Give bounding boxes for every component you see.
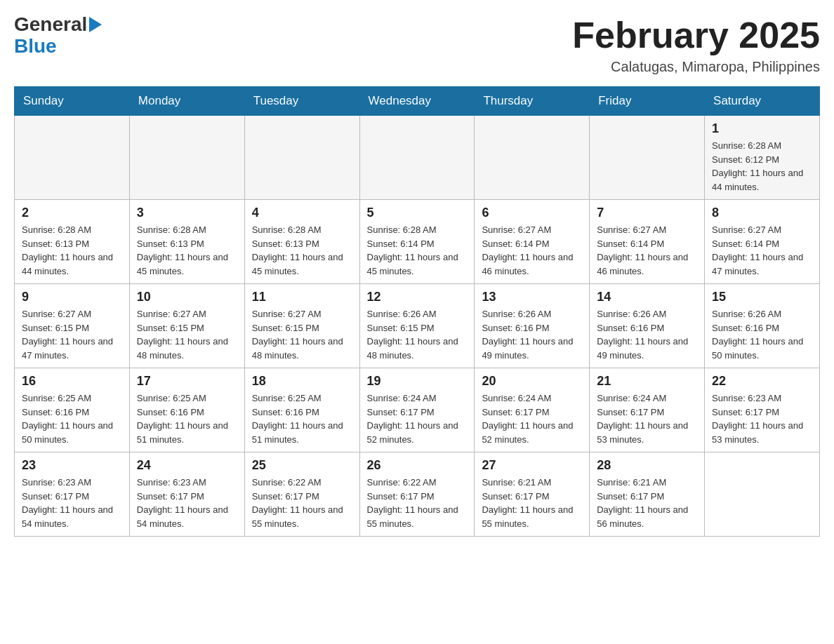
table-row: 11Sunrise: 6:27 AM Sunset: 6:15 PM Dayli… bbox=[244, 284, 359, 368]
day-info: Sunrise: 6:24 AM Sunset: 6:17 PM Dayligh… bbox=[597, 391, 697, 446]
day-info: Sunrise: 6:22 AM Sunset: 6:17 PM Dayligh… bbox=[252, 476, 352, 530]
day-info: Sunrise: 6:27 AM Sunset: 6:14 PM Dayligh… bbox=[597, 223, 697, 278]
day-number: 6 bbox=[482, 206, 582, 220]
header-friday: Friday bbox=[590, 87, 705, 116]
day-number: 28 bbox=[597, 458, 697, 473]
table-row: 12Sunrise: 6:26 AM Sunset: 6:15 PM Dayli… bbox=[359, 284, 475, 368]
day-number: 23 bbox=[22, 458, 122, 473]
calendar-week-row: 2Sunrise: 6:28 AM Sunset: 6:13 PM Daylig… bbox=[15, 200, 820, 284]
day-info: Sunrise: 6:27 AM Sunset: 6:15 PM Dayligh… bbox=[252, 307, 352, 362]
day-number: 18 bbox=[252, 374, 352, 389]
table-row: 6Sunrise: 6:27 AM Sunset: 6:14 PM Daylig… bbox=[475, 200, 590, 284]
table-row: 5Sunrise: 6:28 AM Sunset: 6:14 PM Daylig… bbox=[359, 200, 475, 284]
table-row bbox=[705, 452, 820, 537]
day-number: 14 bbox=[597, 290, 697, 304]
day-info: Sunrise: 6:27 AM Sunset: 6:15 PM Dayligh… bbox=[22, 307, 122, 362]
calendar-week-row: 16Sunrise: 6:25 AM Sunset: 6:16 PM Dayli… bbox=[15, 368, 820, 452]
table-row: 8Sunrise: 6:27 AM Sunset: 6:14 PM Daylig… bbox=[705, 200, 820, 284]
day-number: 27 bbox=[482, 458, 582, 473]
day-info: Sunrise: 6:21 AM Sunset: 6:17 PM Dayligh… bbox=[482, 476, 582, 530]
table-row: 2Sunrise: 6:28 AM Sunset: 6:13 PM Daylig… bbox=[15, 200, 130, 284]
day-info: Sunrise: 6:26 AM Sunset: 6:16 PM Dayligh… bbox=[712, 307, 812, 362]
day-number: 11 bbox=[252, 290, 352, 304]
day-info: Sunrise: 6:28 AM Sunset: 6:14 PM Dayligh… bbox=[367, 223, 468, 278]
day-info: Sunrise: 6:27 AM Sunset: 6:15 PM Dayligh… bbox=[137, 307, 237, 362]
table-row bbox=[590, 116, 705, 200]
day-info: Sunrise: 6:24 AM Sunset: 6:17 PM Dayligh… bbox=[367, 391, 468, 446]
day-number: 9 bbox=[22, 290, 122, 304]
header-wednesday: Wednesday bbox=[359, 87, 475, 116]
table-row: 20Sunrise: 6:24 AM Sunset: 6:17 PM Dayli… bbox=[475, 368, 590, 452]
day-info: Sunrise: 6:26 AM Sunset: 6:16 PM Dayligh… bbox=[482, 307, 582, 362]
day-info: Sunrise: 6:24 AM Sunset: 6:17 PM Dayligh… bbox=[482, 391, 582, 446]
table-row bbox=[475, 116, 590, 200]
table-row: 15Sunrise: 6:26 AM Sunset: 6:16 PM Dayli… bbox=[705, 284, 820, 368]
day-info: Sunrise: 6:23 AM Sunset: 6:17 PM Dayligh… bbox=[137, 476, 237, 530]
logo-general-text: General bbox=[14, 14, 87, 36]
day-number: 26 bbox=[367, 458, 468, 473]
table-row: 13Sunrise: 6:26 AM Sunset: 6:16 PM Dayli… bbox=[475, 284, 590, 368]
day-number: 5 bbox=[367, 206, 468, 220]
title-block: February 2025 Calatugas, Mimaropa, Phili… bbox=[572, 14, 820, 75]
table-row: 1Sunrise: 6:28 AM Sunset: 6:12 PM Daylig… bbox=[705, 116, 820, 200]
day-number: 21 bbox=[597, 374, 697, 389]
header-tuesday: Tuesday bbox=[244, 87, 359, 116]
day-info: Sunrise: 6:26 AM Sunset: 6:16 PM Dayligh… bbox=[597, 307, 697, 362]
table-row: 10Sunrise: 6:27 AM Sunset: 6:15 PM Dayli… bbox=[129, 284, 244, 368]
table-row: 28Sunrise: 6:21 AM Sunset: 6:17 PM Dayli… bbox=[590, 452, 705, 537]
table-row: 17Sunrise: 6:25 AM Sunset: 6:16 PM Dayli… bbox=[129, 368, 244, 452]
calendar-week-row: 1Sunrise: 6:28 AM Sunset: 6:12 PM Daylig… bbox=[15, 116, 820, 200]
day-number: 16 bbox=[22, 374, 122, 389]
table-row: 23Sunrise: 6:23 AM Sunset: 6:17 PM Dayli… bbox=[15, 452, 130, 537]
table-row bbox=[359, 116, 475, 200]
day-number: 17 bbox=[137, 374, 237, 389]
table-row: 25Sunrise: 6:22 AM Sunset: 6:17 PM Dayli… bbox=[244, 452, 359, 537]
day-number: 19 bbox=[367, 374, 468, 389]
calendar-week-row: 9Sunrise: 6:27 AM Sunset: 6:15 PM Daylig… bbox=[15, 284, 820, 368]
table-row bbox=[15, 116, 130, 200]
logo: General Blue bbox=[14, 14, 102, 58]
day-number: 3 bbox=[137, 206, 237, 220]
logo-blue-text: Blue bbox=[14, 36, 102, 58]
day-number: 25 bbox=[252, 458, 352, 473]
day-number: 4 bbox=[252, 206, 352, 220]
day-info: Sunrise: 6:23 AM Sunset: 6:17 PM Dayligh… bbox=[712, 391, 812, 446]
table-row: 21Sunrise: 6:24 AM Sunset: 6:17 PM Dayli… bbox=[590, 368, 705, 452]
day-info: Sunrise: 6:25 AM Sunset: 6:16 PM Dayligh… bbox=[22, 391, 122, 446]
table-row: 3Sunrise: 6:28 AM Sunset: 6:13 PM Daylig… bbox=[129, 200, 244, 284]
day-info: Sunrise: 6:26 AM Sunset: 6:15 PM Dayligh… bbox=[367, 307, 468, 362]
day-number: 8 bbox=[712, 206, 812, 220]
header-thursday: Thursday bbox=[475, 87, 590, 116]
day-info: Sunrise: 6:28 AM Sunset: 6:13 PM Dayligh… bbox=[22, 223, 122, 278]
table-row: 27Sunrise: 6:21 AM Sunset: 6:17 PM Dayli… bbox=[475, 452, 590, 537]
day-info: Sunrise: 6:28 AM Sunset: 6:12 PM Dayligh… bbox=[712, 139, 812, 194]
month-title: February 2025 bbox=[572, 14, 820, 56]
day-number: 24 bbox=[137, 458, 237, 473]
table-row: 18Sunrise: 6:25 AM Sunset: 6:16 PM Dayli… bbox=[244, 368, 359, 452]
day-number: 12 bbox=[367, 290, 468, 304]
day-info: Sunrise: 6:22 AM Sunset: 6:17 PM Dayligh… bbox=[367, 476, 468, 530]
table-row: 7Sunrise: 6:27 AM Sunset: 6:14 PM Daylig… bbox=[590, 200, 705, 284]
day-number: 13 bbox=[482, 290, 582, 304]
table-row: 9Sunrise: 6:27 AM Sunset: 6:15 PM Daylig… bbox=[15, 284, 130, 368]
table-row: 16Sunrise: 6:25 AM Sunset: 6:16 PM Dayli… bbox=[15, 368, 130, 452]
day-number: 1 bbox=[712, 121, 812, 136]
day-number: 10 bbox=[137, 290, 237, 304]
weekday-header-row: Sunday Monday Tuesday Wednesday Thursday… bbox=[15, 87, 820, 116]
day-info: Sunrise: 6:23 AM Sunset: 6:17 PM Dayligh… bbox=[22, 476, 122, 530]
day-info: Sunrise: 6:27 AM Sunset: 6:14 PM Dayligh… bbox=[482, 223, 582, 278]
day-number: 2 bbox=[22, 206, 122, 220]
location-title: Calatugas, Mimaropa, Philippines bbox=[572, 59, 820, 75]
table-row: 24Sunrise: 6:23 AM Sunset: 6:17 PM Dayli… bbox=[129, 452, 244, 537]
table-row bbox=[244, 116, 359, 200]
calendar-week-row: 23Sunrise: 6:23 AM Sunset: 6:17 PM Dayli… bbox=[15, 452, 820, 537]
logo-general-line: General bbox=[14, 14, 102, 36]
table-row: 4Sunrise: 6:28 AM Sunset: 6:13 PM Daylig… bbox=[244, 200, 359, 284]
day-info: Sunrise: 6:25 AM Sunset: 6:16 PM Dayligh… bbox=[137, 391, 237, 446]
day-number: 15 bbox=[712, 290, 812, 304]
day-info: Sunrise: 6:28 AM Sunset: 6:13 PM Dayligh… bbox=[137, 223, 237, 278]
header-saturday: Saturday bbox=[705, 87, 820, 116]
table-row: 26Sunrise: 6:22 AM Sunset: 6:17 PM Dayli… bbox=[359, 452, 475, 537]
table-row: 19Sunrise: 6:24 AM Sunset: 6:17 PM Dayli… bbox=[359, 368, 475, 452]
day-number: 20 bbox=[482, 374, 582, 389]
